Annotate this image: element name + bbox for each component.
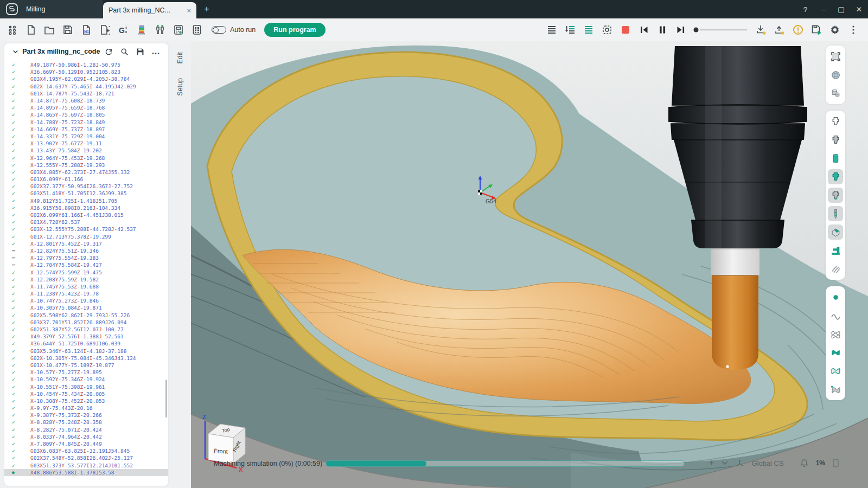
gcode-line[interactable]: –X-12.79Y75.554Z-19.383	[4, 254, 168, 261]
gcode-line[interactable]: ✓G03X51.418Y-51.705I12.36J99.385	[4, 190, 168, 197]
gcode-line[interactable]: ✓G03X6.083Y-63.825I-32.191J54.845	[4, 447, 168, 454]
search-button[interactable]	[118, 45, 131, 58]
flag-dot-button[interactable]	[828, 382, 843, 397]
dot-button[interactable]	[828, 290, 843, 305]
stock-fixture-button[interactable]	[828, 49, 843, 64]
gcode-line[interactable]: ✓X-10.305Y75.084Z-19.871	[4, 304, 168, 311]
gcode-line[interactable]: ✓G01X4.728Y62.537	[4, 219, 168, 226]
bell-icon[interactable]	[800, 459, 808, 467]
gcode-line[interactable]: ✓X-10.57Y-75.277Z-19.895	[4, 369, 168, 376]
settings-gear-button[interactable]	[827, 22, 843, 38]
gcode-line[interactable]: ✓G03X51.373Y-53.577I12.214J101.552	[4, 462, 168, 469]
maximize-button[interactable]: ▢	[832, 0, 850, 18]
code-panel-scrollbar[interactable]	[165, 380, 167, 418]
gcode-line[interactable]: ✓X-10.308Y-75.452Z-20.053	[4, 397, 168, 404]
auto-run-switch-icon[interactable]	[212, 26, 226, 34]
more-options-button[interactable]: …	[149, 45, 163, 58]
gcode-line[interactable]: –X-12.704Y75.584Z-19.427	[4, 261, 168, 268]
tab-edit[interactable]: Edit	[176, 52, 184, 64]
gcode-line[interactable]: ✓G02X-14.637Y-75.465I-44.195J42.029	[4, 83, 168, 90]
mesh-sphere-button[interactable]	[828, 67, 843, 82]
flag-outline-teal-button[interactable]	[828, 363, 843, 378]
coordinate-system-icon[interactable]	[736, 459, 744, 467]
export-badge-button[interactable]	[771, 22, 788, 38]
gcode-line[interactable]: ✓G03X4.885Y-62.373I-27.474J55.332	[4, 169, 168, 176]
cylinder-teal-button[interactable]	[828, 151, 843, 166]
auto-run-toggle[interactable]: Auto run	[212, 26, 256, 34]
new-tab-button[interactable]: +	[196, 0, 217, 18]
panel-grid-button[interactable]	[189, 22, 205, 38]
help-button[interactable]: ?	[796, 0, 814, 18]
lines-teal-button[interactable]	[580, 22, 597, 38]
gcode-line[interactable]: ✓X-12.964Y-75.453Z-19.268	[4, 154, 168, 161]
kebab-menu-button[interactable]	[845, 22, 861, 38]
wave-button[interactable]	[828, 308, 843, 323]
run-program-button[interactable]: Run program	[264, 23, 325, 37]
gcode-line[interactable]: ✓X-12.208Y75.59Z-19.582	[4, 276, 168, 283]
gcode-line[interactable]: ✓X-14.331Y-75.729Z-19.004	[4, 133, 168, 140]
gcode-line[interactable]: ✓X-12.574Y75.599Z-19.475	[4, 268, 168, 275]
gcode-line[interactable]: ✓X-10.592Y-75.346Z-19.924	[4, 376, 168, 383]
gcode-line[interactable]: ✓G03X4.195Y-62.029I-4.205J-38.784	[4, 75, 168, 82]
step-model-button[interactable]	[828, 86, 843, 101]
gcode-line[interactable]: ✓X-11.745Y75.53Z-19.688	[4, 283, 168, 290]
holder-teal-tip-button[interactable]	[828, 188, 843, 203]
gcode-line[interactable]: ✓G02X6.099Y61.166I-4.451J38.015	[4, 211, 168, 219]
gcode-line[interactable]: ✓X-10.454Y-75.434Z-20.005	[4, 390, 168, 397]
lines-all-button[interactable]	[544, 22, 560, 38]
minimize-button[interactable]: –	[814, 0, 832, 18]
file-import-button[interactable]	[97, 22, 113, 38]
gcode-line[interactable]: ✓X-13.902Y-75.677Z-19.11	[4, 140, 168, 147]
skip-end-button[interactable]	[673, 22, 689, 38]
machine-button[interactable]	[828, 243, 843, 258]
calculator-button[interactable]	[170, 22, 187, 38]
pause-button[interactable]	[654, 22, 671, 38]
gcode-line[interactable]: ✓X-14.871Y-75.608Z-18.739	[4, 97, 168, 104]
gcode-line[interactable]: ✓G03X-12.555Y75.288I-44.728J-42.537	[4, 226, 168, 233]
tab-setup[interactable]: Setup	[176, 78, 184, 96]
save-button[interactable]	[60, 22, 76, 38]
gcode-line[interactable]: ✓X36.669Y-50.129I0.952J105.823	[4, 68, 168, 75]
flags-outline-button[interactable]	[828, 326, 843, 342]
zoom-level-label[interactable]: 1%	[816, 459, 825, 467]
file-new-button[interactable]	[23, 22, 39, 38]
gcode-line[interactable]: ✓X-9.387Y-75.373Z-20.266	[4, 412, 168, 419]
gcode-line[interactable]: ✓X-8.828Y-75.248Z-20.358	[4, 419, 168, 426]
speed-slider-button[interactable]	[691, 22, 751, 38]
gcode-line[interactable]: ✓X-13.43Y-75.584Z-19.202	[4, 147, 168, 154]
gcode-line[interactable]: ✓G02X37.548Y-52.858I26.402J-25.127	[4, 454, 168, 461]
gcode-line[interactable]: ✓X-12.801Y75.452Z-19.317	[4, 240, 168, 247]
gcode-line[interactable]: ✓X-8.033Y-74.964Z-20.442	[4, 433, 168, 440]
gcode-line[interactable]: ✓X49.379Y-52.576I-1.388J-52.561	[4, 333, 168, 340]
gcode-line[interactable]: ✓G03X37.701Y51.852I26.889J26.094	[4, 319, 168, 326]
tools-pair-button[interactable]	[152, 22, 168, 38]
gcode-line[interactable]: ✓G02X-10.305Y-75.084I-45.346J43.124	[4, 355, 168, 362]
gcode-line[interactable]: ✓X-7.809Y-74.845Z-20.449	[4, 440, 168, 447]
gcode-line[interactable]: ✓G01X-14.787Y-75.543Z-18.721	[4, 90, 168, 97]
save-run-button[interactable]	[808, 22, 825, 38]
skip-start-button[interactable]	[636, 22, 652, 38]
save-program-button[interactable]	[133, 45, 147, 58]
gcode-line[interactable]: ✓X36.644Y-51.725I0.689J106.039	[4, 340, 168, 347]
gcode-line[interactable]: ✓X-9.9Y-75.443Z-20.16	[4, 404, 168, 412]
gcode-line[interactable]: ✓G02X5.598Y62.862I-29.793J-55.226	[4, 312, 168, 319]
gcode-line[interactable]: ✓X36.915Y50.898I0.216J-104.334	[4, 204, 168, 211]
lines-follow-button[interactable]	[562, 22, 578, 38]
refresh-button[interactable]	[102, 45, 116, 58]
tab-part3x[interactable]: Part 3x milling_NC... ×	[103, 2, 196, 18]
stack-light-button[interactable]	[133, 22, 150, 38]
gcode-line[interactable]: ✓X-14.865Y-75.697Z-18.805	[4, 111, 168, 118]
holder-teal-button[interactable]	[828, 169, 843, 184]
file-n1-button[interactable]: N1	[78, 22, 94, 38]
tab-milling[interactable]: Milling	[0, 0, 103, 18]
gcode-line[interactable]: ✓X-11.238Y75.423Z-19.78	[4, 290, 168, 297]
gcode-line[interactable]: ✓G02X51.387Y52.56I12.07J-100.77	[4, 326, 168, 333]
flag-filled-button[interactable]	[828, 345, 843, 360]
apps-grid-button[interactable]	[4, 22, 21, 38]
gcode-button[interactable]: G	[115, 22, 131, 38]
collapse-chevron-icon[interactable]	[11, 45, 20, 58]
holder-outline-button[interactable]	[828, 114, 843, 129]
import-badge-button[interactable]	[753, 22, 769, 38]
gcode-line[interactable]: ✓X-14.895Y-75.659Z-18.768	[4, 104, 168, 111]
gcode-line[interactable]: ✓X49.187Y-50.986I-1.28J-50.975	[4, 61, 168, 68]
